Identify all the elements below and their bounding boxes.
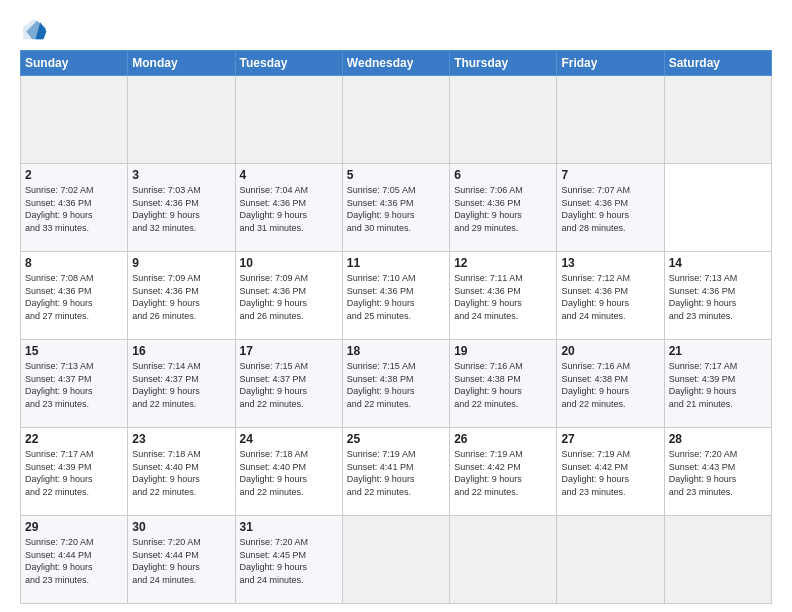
day-number: 2	[25, 168, 123, 182]
header-day-thursday: Thursday	[450, 51, 557, 76]
day-number: 29	[25, 520, 123, 534]
day-number: 5	[347, 168, 445, 182]
header-day-saturday: Saturday	[664, 51, 771, 76]
day-number: 28	[669, 432, 767, 446]
day-number: 4	[240, 168, 338, 182]
cell-info: Sunrise: 7:18 AMSunset: 4:40 PMDaylight:…	[240, 449, 309, 497]
calendar-cell: 16 Sunrise: 7:14 AMSunset: 4:37 PMDaylig…	[128, 340, 235, 428]
cell-info: Sunrise: 7:03 AMSunset: 4:36 PMDaylight:…	[132, 185, 201, 233]
calendar-cell: 14 Sunrise: 7:13 AMSunset: 4:36 PMDaylig…	[664, 252, 771, 340]
cell-info: Sunrise: 7:19 AMSunset: 4:42 PMDaylight:…	[454, 449, 523, 497]
calendar-cell: 7 Sunrise: 7:07 AMSunset: 4:36 PMDayligh…	[557, 164, 664, 252]
day-number: 19	[454, 344, 552, 358]
calendar-cell	[450, 516, 557, 604]
calendar-cell	[664, 76, 771, 164]
calendar-cell: 2 Sunrise: 7:02 AMSunset: 4:36 PMDayligh…	[21, 164, 128, 252]
cell-info: Sunrise: 7:16 AMSunset: 4:38 PMDaylight:…	[561, 361, 630, 409]
cell-info: Sunrise: 7:10 AMSunset: 4:36 PMDaylight:…	[347, 273, 416, 321]
calendar-cell: 3 Sunrise: 7:03 AMSunset: 4:36 PMDayligh…	[128, 164, 235, 252]
cell-info: Sunrise: 7:20 AMSunset: 4:45 PMDaylight:…	[240, 537, 309, 585]
header-row: SundayMondayTuesdayWednesdayThursdayFrid…	[21, 51, 772, 76]
day-number: 3	[132, 168, 230, 182]
cell-info: Sunrise: 7:20 AMSunset: 4:44 PMDaylight:…	[132, 537, 201, 585]
calendar-cell: 26 Sunrise: 7:19 AMSunset: 4:42 PMDaylig…	[450, 428, 557, 516]
day-number: 12	[454, 256, 552, 270]
header-day-sunday: Sunday	[21, 51, 128, 76]
calendar-cell	[342, 516, 449, 604]
logo	[20, 16, 52, 44]
cell-info: Sunrise: 7:11 AMSunset: 4:36 PMDaylight:…	[454, 273, 523, 321]
cell-info: Sunrise: 7:08 AMSunset: 4:36 PMDaylight:…	[25, 273, 94, 321]
cell-info: Sunrise: 7:06 AMSunset: 4:36 PMDaylight:…	[454, 185, 523, 233]
day-number: 31	[240, 520, 338, 534]
day-number: 7	[561, 168, 659, 182]
cell-info: Sunrise: 7:15 AMSunset: 4:37 PMDaylight:…	[240, 361, 309, 409]
cell-info: Sunrise: 7:16 AMSunset: 4:38 PMDaylight:…	[454, 361, 523, 409]
day-number: 18	[347, 344, 445, 358]
cell-info: Sunrise: 7:20 AMSunset: 4:43 PMDaylight:…	[669, 449, 738, 497]
logo-icon	[20, 16, 48, 44]
day-number: 21	[669, 344, 767, 358]
calendar-cell: 12 Sunrise: 7:11 AMSunset: 4:36 PMDaylig…	[450, 252, 557, 340]
calendar-cell	[557, 76, 664, 164]
day-number: 25	[347, 432, 445, 446]
day-number: 22	[25, 432, 123, 446]
week-row-1: 2 Sunrise: 7:02 AMSunset: 4:36 PMDayligh…	[21, 164, 772, 252]
day-number: 14	[669, 256, 767, 270]
calendar-cell: 30 Sunrise: 7:20 AMSunset: 4:44 PMDaylig…	[128, 516, 235, 604]
calendar-cell: 6 Sunrise: 7:06 AMSunset: 4:36 PMDayligh…	[450, 164, 557, 252]
calendar-cell: 23 Sunrise: 7:18 AMSunset: 4:40 PMDaylig…	[128, 428, 235, 516]
day-number: 20	[561, 344, 659, 358]
calendar-cell: 25 Sunrise: 7:19 AMSunset: 4:41 PMDaylig…	[342, 428, 449, 516]
calendar-cell: 11 Sunrise: 7:10 AMSunset: 4:36 PMDaylig…	[342, 252, 449, 340]
day-number: 13	[561, 256, 659, 270]
calendar-cell: 24 Sunrise: 7:18 AMSunset: 4:40 PMDaylig…	[235, 428, 342, 516]
page: SundayMondayTuesdayWednesdayThursdayFrid…	[0, 0, 792, 612]
cell-info: Sunrise: 7:19 AMSunset: 4:42 PMDaylight:…	[561, 449, 630, 497]
cell-info: Sunrise: 7:09 AMSunset: 4:36 PMDaylight:…	[240, 273, 309, 321]
calendar-cell: 15 Sunrise: 7:13 AMSunset: 4:37 PMDaylig…	[21, 340, 128, 428]
calendar-cell	[450, 76, 557, 164]
calendar-cell	[664, 516, 771, 604]
cell-info: Sunrise: 7:13 AMSunset: 4:37 PMDaylight:…	[25, 361, 94, 409]
day-number: 23	[132, 432, 230, 446]
calendar-cell	[557, 516, 664, 604]
calendar-cell	[235, 76, 342, 164]
week-row-2: 8 Sunrise: 7:08 AMSunset: 4:36 PMDayligh…	[21, 252, 772, 340]
cell-info: Sunrise: 7:09 AMSunset: 4:36 PMDaylight:…	[132, 273, 201, 321]
header-day-wednesday: Wednesday	[342, 51, 449, 76]
week-row-0	[21, 76, 772, 164]
calendar-cell: 28 Sunrise: 7:20 AMSunset: 4:43 PMDaylig…	[664, 428, 771, 516]
calendar-cell: 22 Sunrise: 7:17 AMSunset: 4:39 PMDaylig…	[21, 428, 128, 516]
calendar-cell: 10 Sunrise: 7:09 AMSunset: 4:36 PMDaylig…	[235, 252, 342, 340]
cell-info: Sunrise: 7:19 AMSunset: 4:41 PMDaylight:…	[347, 449, 416, 497]
week-row-5: 29 Sunrise: 7:20 AMSunset: 4:44 PMDaylig…	[21, 516, 772, 604]
day-number: 17	[240, 344, 338, 358]
day-number: 27	[561, 432, 659, 446]
cell-info: Sunrise: 7:17 AMSunset: 4:39 PMDaylight:…	[669, 361, 738, 409]
day-number: 9	[132, 256, 230, 270]
week-row-4: 22 Sunrise: 7:17 AMSunset: 4:39 PMDaylig…	[21, 428, 772, 516]
calendar-cell: 8 Sunrise: 7:08 AMSunset: 4:36 PMDayligh…	[21, 252, 128, 340]
header	[20, 16, 772, 44]
calendar-cell: 21 Sunrise: 7:17 AMSunset: 4:39 PMDaylig…	[664, 340, 771, 428]
cell-info: Sunrise: 7:20 AMSunset: 4:44 PMDaylight:…	[25, 537, 94, 585]
cell-info: Sunrise: 7:15 AMSunset: 4:38 PMDaylight:…	[347, 361, 416, 409]
cell-info: Sunrise: 7:13 AMSunset: 4:36 PMDaylight:…	[669, 273, 738, 321]
calendar-body: 2 Sunrise: 7:02 AMSunset: 4:36 PMDayligh…	[21, 76, 772, 604]
calendar-cell: 31 Sunrise: 7:20 AMSunset: 4:45 PMDaylig…	[235, 516, 342, 604]
cell-info: Sunrise: 7:02 AMSunset: 4:36 PMDaylight:…	[25, 185, 94, 233]
calendar-cell	[342, 76, 449, 164]
calendar-cell: 4 Sunrise: 7:04 AMSunset: 4:36 PMDayligh…	[235, 164, 342, 252]
calendar-cell: 29 Sunrise: 7:20 AMSunset: 4:44 PMDaylig…	[21, 516, 128, 604]
calendar-cell: 5 Sunrise: 7:05 AMSunset: 4:36 PMDayligh…	[342, 164, 449, 252]
cell-info: Sunrise: 7:04 AMSunset: 4:36 PMDaylight:…	[240, 185, 309, 233]
cell-info: Sunrise: 7:05 AMSunset: 4:36 PMDaylight:…	[347, 185, 416, 233]
day-number: 24	[240, 432, 338, 446]
cell-info: Sunrise: 7:18 AMSunset: 4:40 PMDaylight:…	[132, 449, 201, 497]
calendar-cell: 27 Sunrise: 7:19 AMSunset: 4:42 PMDaylig…	[557, 428, 664, 516]
calendar-cell	[21, 76, 128, 164]
calendar-cell: 13 Sunrise: 7:12 AMSunset: 4:36 PMDaylig…	[557, 252, 664, 340]
calendar-cell: 18 Sunrise: 7:15 AMSunset: 4:38 PMDaylig…	[342, 340, 449, 428]
calendar-cell: 17 Sunrise: 7:15 AMSunset: 4:37 PMDaylig…	[235, 340, 342, 428]
